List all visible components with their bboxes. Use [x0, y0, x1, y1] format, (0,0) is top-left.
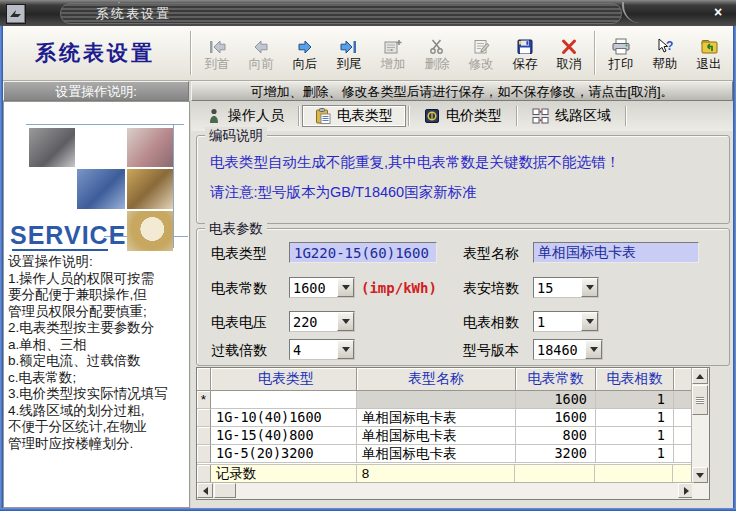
- encoding-groupbox: 编码说明 电表类型自动生成不能重复,其中电表常数是关键数据不能选错！ 请注意:型…: [196, 135, 730, 224]
- encoding-note-1: 电表类型自动生成不能重复,其中电表常数是关键数据不能选错！: [210, 153, 620, 172]
- toolbar-button-last[interactable]: 到尾: [327, 26, 371, 80]
- grid-row[interactable]: 1G-5(20)3200 单相国标电卡表 3200 1: [197, 445, 709, 463]
- constant-unit: (imp/kWh): [361, 280, 437, 296]
- voltage-combobox[interactable]: 220: [289, 311, 355, 332]
- vertical-scrollbar-thumb[interactable]: [692, 385, 708, 415]
- arrow-right-icon: [684, 487, 689, 495]
- tab-label: 电价类型: [446, 107, 502, 125]
- cell-constant[interactable]: 1600: [516, 409, 596, 427]
- toolbar-button-add[interactable]: 增加: [371, 26, 415, 80]
- grid-header-marker: [197, 368, 211, 391]
- titlebar[interactable]: 系统表设置 ×: [0, 0, 736, 26]
- photo-files: [127, 128, 173, 167]
- toolbar-button-delete[interactable]: 删除: [415, 26, 459, 80]
- phase-combobox[interactable]: 1: [533, 311, 599, 332]
- cell-phase[interactable]: 1: [596, 391, 674, 409]
- cell-constant[interactable]: 1600: [516, 391, 596, 409]
- chevron-down-icon: [586, 319, 594, 324]
- tab-line-regions[interactable]: 线路区域: [520, 105, 623, 127]
- constant-combobox[interactable]: 1600: [289, 277, 355, 298]
- cell-name[interactable]: 单相国标电卡表: [357, 427, 516, 445]
- window-title: 系统表设置: [96, 5, 171, 23]
- phase-value: 1: [534, 312, 581, 331]
- phase-dropdown-button[interactable]: [581, 312, 598, 331]
- toolbar: 系统表设置 到首 向前 向后 到尾: [3, 26, 733, 81]
- close-button[interactable]: ×: [708, 4, 728, 21]
- model-name-input[interactable]: [533, 242, 699, 263]
- constant-dropdown-button[interactable]: [337, 278, 354, 297]
- toolbar-button-print[interactable]: 打印: [599, 26, 643, 80]
- scrollbar-corner: [692, 483, 709, 499]
- grid-header-constant[interactable]: 电表常数: [516, 368, 596, 391]
- ampere-label: 表安培数: [463, 280, 519, 298]
- app-window: 系统表设置 × 系统表设置 到首 向前 向后 到尾: [0, 0, 736, 511]
- tab-separator: [625, 106, 627, 126]
- toolbar-button-cancel[interactable]: 取消: [547, 26, 591, 80]
- row-marker: *: [197, 391, 211, 409]
- model-name-label: 表型名称: [463, 245, 519, 263]
- exit-folder-icon: [700, 38, 719, 55]
- cell-name[interactable]: 单相国标电卡表: [357, 409, 516, 427]
- vertical-scrollbar[interactable]: [691, 368, 709, 483]
- voltage-dropdown-button[interactable]: [337, 312, 354, 331]
- footer-marker: [197, 465, 211, 483]
- tab-separator: [298, 106, 300, 126]
- tab-label: 线路区域: [555, 107, 611, 125]
- tab-operators[interactable]: 操作人员: [195, 105, 296, 127]
- scroll-left-button[interactable]: [197, 483, 213, 498]
- ampere-dropdown-button[interactable]: [581, 278, 598, 297]
- toolbar-button-exit[interactable]: 退出: [687, 26, 731, 80]
- tab-meter-types[interactable]: 电表类型: [302, 105, 406, 127]
- cell-type[interactable]: 1G-5(20)3200: [211, 445, 357, 463]
- version-dropdown-button[interactable]: [585, 340, 602, 359]
- toolbar-separator: [190, 31, 192, 75]
- cell-phase[interactable]: 1: [596, 409, 674, 427]
- encoding-group-title: 编码说明: [205, 127, 267, 145]
- params-groupbox: 电表参数 电表类型 表型名称 电表常数 1600 (imp/kWh) 表安培数 …: [196, 228, 730, 366]
- operation-instructions: 设置操作说明: 1.操作人员的权限可按需 要分配便于兼职操作,但 管理员权限分配…: [8, 254, 190, 452]
- cell-constant[interactable]: 800: [516, 427, 596, 445]
- clipboard-icon: [315, 108, 331, 124]
- toolbar-button-edit[interactable]: 修改: [459, 26, 503, 80]
- cell-constant[interactable]: 3200: [516, 445, 596, 463]
- cell-type[interactable]: 1G-10(40)1600: [211, 409, 357, 427]
- cell-name[interactable]: 单相国标电卡表: [357, 445, 516, 463]
- horizontal-scrollbar-thumb[interactable]: [214, 483, 236, 498]
- grid-row[interactable]: 1G-15(40)800 单相国标电卡表 800 1: [197, 427, 709, 445]
- ampere-combobox[interactable]: 15: [533, 277, 599, 298]
- edit-note-icon: [472, 38, 491, 55]
- cell-name[interactable]: [357, 391, 516, 409]
- first-record-icon: [206, 39, 228, 55]
- record-count-label: 记录数: [211, 465, 357, 483]
- chevron-down-icon: [342, 347, 350, 352]
- encoding-note-2: 请注意:型号版本为GB/T18460国家新标准: [210, 183, 477, 202]
- tab-price-types[interactable]: 电价类型: [412, 105, 514, 127]
- toolbar-button-first[interactable]: 到首: [195, 26, 239, 80]
- cell-phase[interactable]: 1: [596, 445, 674, 463]
- overload-combobox[interactable]: 4: [289, 339, 355, 360]
- scroll-down-button[interactable]: [692, 467, 708, 483]
- cell-type[interactable]: [211, 391, 357, 409]
- toolbar-button-save[interactable]: 保存: [503, 26, 547, 80]
- meter-type-input[interactable]: [289, 242, 437, 263]
- toolbar-separator: [594, 31, 596, 75]
- toolbar-button-prev[interactable]: 向前: [239, 26, 283, 80]
- toolbar-button-next[interactable]: 向后: [283, 26, 327, 80]
- svg-text:?: ?: [666, 39, 673, 53]
- grid-header-name[interactable]: 表型名称: [357, 368, 516, 391]
- scroll-up-button[interactable]: [692, 368, 708, 384]
- cell-phase[interactable]: 1: [596, 427, 674, 445]
- grid-row-new[interactable]: * 1600 1: [197, 391, 709, 409]
- grid-header-phase[interactable]: 电表相数: [596, 368, 674, 391]
- logo-glyph-icon: [7, 5, 25, 23]
- toolbar-button-help[interactable]: ? 帮助: [643, 26, 687, 80]
- overload-dropdown-button[interactable]: [337, 340, 354, 359]
- grid-row[interactable]: 1G-10(40)1600 单相国标电卡表 1600 1: [197, 409, 709, 427]
- price-book-icon: [424, 108, 440, 124]
- horizontal-scrollbar[interactable]: [197, 482, 694, 499]
- overload-label: 过载倍数: [211, 342, 267, 360]
- tab-separator: [516, 106, 518, 126]
- version-combobox[interactable]: 18460: [533, 339, 603, 360]
- cell-type[interactable]: 1G-15(40)800: [211, 427, 357, 445]
- grid-header-type[interactable]: 电表类型: [211, 368, 357, 391]
